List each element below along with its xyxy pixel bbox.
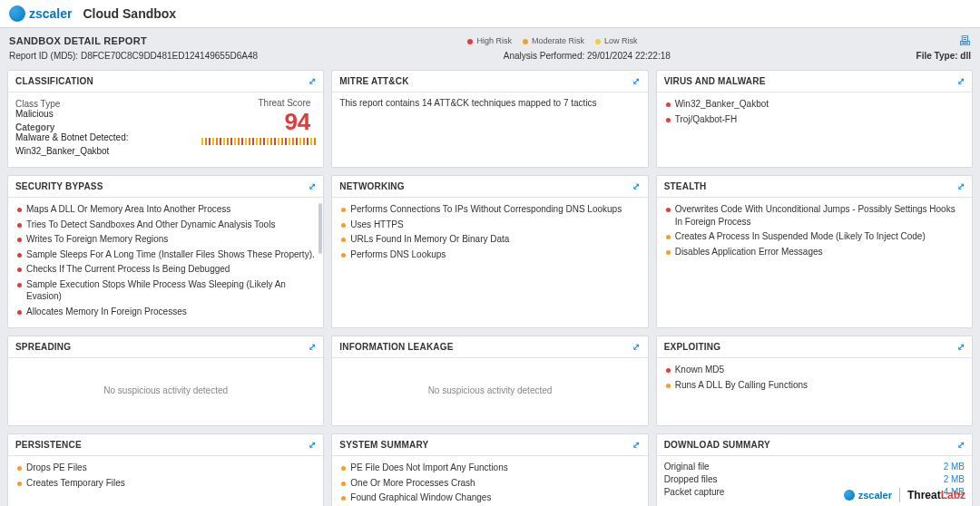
report-title: SANDBOX DETAIL REPORT bbox=[9, 35, 147, 46]
report-id: Report ID (MD5): D8FCE70C8C9DD481ED12414… bbox=[9, 51, 258, 61]
expand-icon[interactable]: ⤢ bbox=[309, 441, 316, 450]
topbar: zscaler Cloud Sandbox bbox=[0, 0, 980, 28]
legend-moderate: Moderate Risk bbox=[523, 36, 584, 45]
empty-message: No suspicious activity detected bbox=[339, 364, 640, 417]
risk-legend: High Risk Moderate Risk Low Risk bbox=[467, 36, 637, 45]
download-label: Original file bbox=[664, 462, 710, 472]
class-type-value: Malicious bbox=[15, 109, 196, 119]
list-item: Found Graphical Window Changes bbox=[339, 491, 640, 504]
list-item: Maps A DLL Or Memory Area Into Another P… bbox=[15, 203, 316, 216]
mitre-card: MITRE ATT&CK ⤢ This report contains 14 A… bbox=[331, 70, 648, 168]
stealth-list-red: Overwrites Code With Unconditional Jumps… bbox=[664, 203, 965, 228]
family-value: Win32_Banker_Qakbot bbox=[15, 146, 196, 156]
security-bypass-list: Maps A DLL Or Memory Area Into Another P… bbox=[15, 203, 316, 317]
list-item: Allocates Memory In Foreign Processes bbox=[15, 306, 316, 318]
classification-card: CLASSIFICATION ⤢ Class Type Malicious Ca… bbox=[7, 70, 324, 168]
list-item: Checks If The Current Process Is Being D… bbox=[15, 263, 316, 276]
download-row: Dropped files 2 MB bbox=[664, 474, 965, 484]
legend-high: High Risk bbox=[467, 36, 512, 45]
logo-swirl-icon bbox=[9, 5, 25, 22]
exploiting-card: EXPLOITING ⤢ Known MD5 Runs A DLL By Cal… bbox=[656, 336, 973, 426]
file-type: File Type: dll bbox=[916, 51, 971, 61]
scrollbar-icon[interactable] bbox=[318, 203, 322, 254]
list-item: Writes To Foreign Memory Regions bbox=[15, 233, 316, 246]
legend-low: Low Risk bbox=[595, 36, 638, 45]
list-item: PE File Does Not Import Any Functions bbox=[339, 462, 640, 474]
list-item: Tries To Detect Sandboxes And Other Dyna… bbox=[15, 219, 316, 231]
list-item: Overwrites Code With Unconditional Jumps… bbox=[664, 203, 965, 228]
list-item: Performs DNS Lookups bbox=[339, 248, 640, 261]
card-title: EXPLOITING bbox=[664, 342, 721, 352]
analysis-performed: Analysis Performed: 29/01/2024 22:22:18 bbox=[504, 51, 671, 61]
footer-divider bbox=[899, 488, 900, 502]
spreading-card: SPREADING ⤢ No suspicious activity detec… bbox=[7, 336, 324, 426]
list-item: Drops PE Files bbox=[15, 462, 316, 474]
expand-icon[interactable]: ⤢ bbox=[309, 343, 316, 352]
download-link[interactable]: 2 MB bbox=[944, 474, 965, 484]
print-icon[interactable]: 🖶 bbox=[958, 34, 971, 48]
list-item: Win32_Banker_Qakbot bbox=[664, 98, 965, 111]
card-title: STEALTH bbox=[664, 181, 707, 191]
card-title: SECURITY BYPASS bbox=[15, 181, 103, 191]
stealth-card: STEALTH ⤢ Overwrites Code With Unconditi… bbox=[656, 175, 973, 328]
list-item: Disables Application Error Messages bbox=[664, 246, 965, 258]
card-title: DOWNLOAD SUMMARY bbox=[664, 440, 770, 450]
list-item: One Or More Processes Crash bbox=[339, 477, 640, 490]
list-item: Troj/Qakbot-FH bbox=[664, 113, 965, 126]
brand-text: zscaler bbox=[29, 6, 72, 21]
list-item: Creates A Process In Suspended Mode (Lik… bbox=[664, 230, 965, 243]
expand-icon[interactable]: ⤢ bbox=[632, 182, 640, 191]
list-item: Performs Connections To IPs Without Corr… bbox=[339, 203, 640, 216]
class-type-label: Class Type bbox=[15, 99, 196, 109]
expand-icon[interactable]: ⤢ bbox=[957, 182, 965, 191]
exploiting-list-orange: Runs A DLL By Calling Functions bbox=[664, 379, 965, 392]
list-item: Known MD5 bbox=[664, 364, 965, 376]
info-leakage-card: INFORMATION LEAKAGE ⤢ No suspicious acti… bbox=[331, 336, 648, 426]
download-row: Original file 2 MB bbox=[664, 462, 965, 472]
stealth-list-orange: Creates A Process In Suspended Mode (Lik… bbox=[664, 230, 965, 258]
empty-message: No suspicious activity detected bbox=[15, 364, 316, 417]
virus-malware-card: VIRUS AND MALWARE ⤢ Win32_Banker_QakbotT… bbox=[656, 70, 973, 168]
category-label: Category bbox=[15, 122, 196, 132]
expand-icon[interactable]: ⤢ bbox=[957, 343, 965, 352]
header-strip: SANDBOX DETAIL REPORT High Risk Moderate… bbox=[0, 28, 980, 64]
list-item: Sample Sleeps For A Long Time (Installer… bbox=[15, 248, 316, 261]
security-bypass-card: SECURITY BYPASS ⤢ Maps A DLL Or Memory A… bbox=[7, 175, 324, 328]
expand-icon[interactable]: ⤢ bbox=[309, 77, 316, 86]
list-item: Uses HTTPS bbox=[339, 219, 640, 231]
networking-card: NETWORKING ⤢ Performs Connections To IPs… bbox=[331, 175, 648, 328]
card-title: SPREADING bbox=[15, 342, 71, 352]
persistence-list: Drops PE FilesCreates Temporary Files bbox=[15, 462, 316, 489]
download-link[interactable]: 2 MB bbox=[944, 462, 965, 472]
card-title: NETWORKING bbox=[339, 181, 404, 191]
mitre-text: This report contains 14 ATT&CK technique… bbox=[339, 98, 640, 108]
card-title: PERSISTENCE bbox=[15, 440, 82, 450]
expand-icon[interactable]: ⤢ bbox=[309, 182, 316, 191]
card-title: VIRUS AND MALWARE bbox=[664, 76, 766, 86]
footer-threatlabz-logo: ThreatLabz bbox=[907, 489, 965, 501]
expand-icon[interactable]: ⤢ bbox=[957, 77, 965, 86]
list-item: Creates Temporary Files bbox=[15, 477, 316, 490]
expand-icon[interactable]: ⤢ bbox=[957, 441, 965, 450]
list-item: URLs Found In Memory Or Binary Data bbox=[339, 233, 640, 246]
system-summary-card: SYSTEM SUMMARY ⤢ PE File Does Not Import… bbox=[331, 433, 648, 506]
list-item: Sample Execution Stops While Process Was… bbox=[15, 278, 316, 303]
expand-icon[interactable]: ⤢ bbox=[632, 343, 640, 352]
card-title: CLASSIFICATION bbox=[15, 76, 93, 86]
expand-icon[interactable]: ⤢ bbox=[632, 77, 640, 86]
threat-score-value: 94 bbox=[201, 108, 310, 136]
brand-logo: zscaler bbox=[9, 5, 72, 22]
exploiting-list-red: Known MD5 bbox=[664, 364, 965, 376]
list-item: Runs A DLL By Calling Functions bbox=[664, 379, 965, 392]
cards-grid: CLASSIFICATION ⤢ Class Type Malicious Ca… bbox=[0, 64, 980, 506]
logo-swirl-icon bbox=[844, 490, 855, 501]
system-summary-list: PE File Does Not Import Any FunctionsOne… bbox=[339, 462, 640, 506]
networking-list: Performs Connections To IPs Without Corr… bbox=[339, 203, 640, 260]
footer-zscaler-logo: zscaler bbox=[844, 490, 892, 501]
card-title: INFORMATION LEAKAGE bbox=[339, 342, 453, 352]
expand-icon[interactable]: ⤢ bbox=[632, 441, 640, 450]
card-title: SYSTEM SUMMARY bbox=[339, 440, 428, 450]
persistence-card: PERSISTENCE ⤢ Drops PE FilesCreates Temp… bbox=[7, 433, 324, 506]
category-value: Malware & Botnet Detected: bbox=[15, 132, 196, 142]
threat-score-label: Threat Score bbox=[201, 98, 310, 108]
